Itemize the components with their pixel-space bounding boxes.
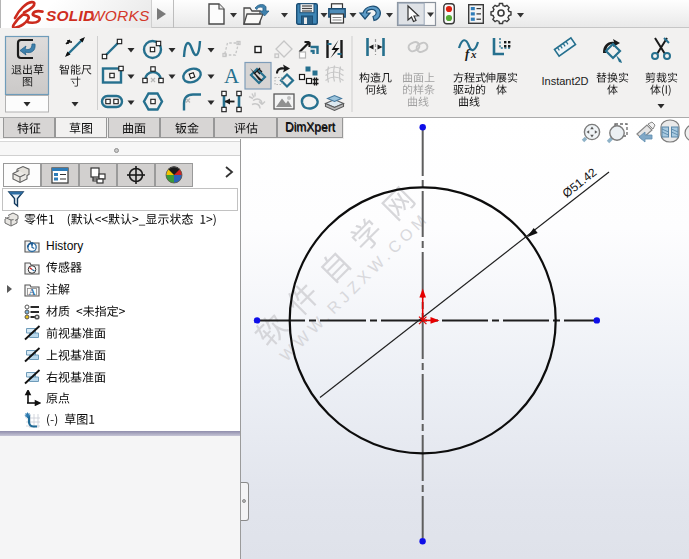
svg-text:A: A <box>29 287 36 297</box>
svg-text:A: A <box>224 64 240 88</box>
svg-text:x: x <box>470 48 477 60</box>
svg-text:SOLID: SOLID <box>46 7 94 24</box>
svg-text:WORKS: WORKS <box>90 7 150 24</box>
